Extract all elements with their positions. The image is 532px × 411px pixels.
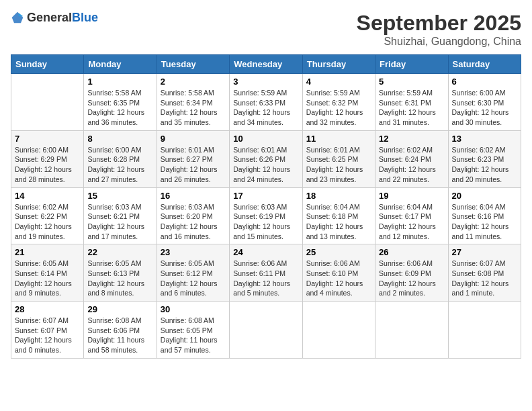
day-info: Sunrise: 6:06 AMSunset: 6:09 PMDaylight:… [379,259,444,298]
day-number: 28 [15,304,80,314]
day-info: Sunrise: 6:01 AMSunset: 6:26 PMDaylight:… [233,145,298,185]
calendar-cell: 22Sunrise: 6:05 AMSunset: 6:13 PMDayligh… [84,244,157,302]
day-info: Sunrise: 6:04 AMSunset: 6:16 PMDaylight:… [452,202,517,242]
day-info: Sunrise: 6:04 AMSunset: 6:17 PMDaylight:… [379,202,444,242]
calendar-cell: 2Sunrise: 5:58 AMSunset: 6:34 PMDaylight… [157,74,229,131]
day-info: Sunrise: 5:59 AMSunset: 6:31 PMDaylight:… [379,88,444,128]
day-number: 5 [379,77,444,87]
day-number: 6 [452,77,517,87]
calendar-cell: 7Sunrise: 6:00 AMSunset: 6:29 PMDaylight… [11,130,84,187]
day-number: 16 [161,191,226,201]
day-number: 7 [15,134,80,144]
day-info: Sunrise: 6:05 AMSunset: 6:13 PMDaylight:… [87,259,152,298]
day-number: 29 [87,304,152,314]
day-number: 3 [233,77,298,87]
calendar-cell: 27Sunrise: 6:07 AMSunset: 6:08 PMDayligh… [448,244,521,302]
calendar-cell: 29Sunrise: 6:08 AMSunset: 6:06 PMDayligh… [84,302,157,359]
day-number: 20 [452,191,517,201]
day-number: 21 [15,247,80,257]
svg-marker-1 [19,13,24,16]
day-info: Sunrise: 6:01 AMSunset: 6:27 PMDaylight:… [161,145,226,185]
calendar-cell [11,74,84,131]
calendar-cell [375,302,448,359]
calendar-cell: 12Sunrise: 6:02 AMSunset: 6:24 PMDayligh… [375,130,448,187]
day-info: Sunrise: 6:02 AMSunset: 6:22 PMDaylight:… [15,202,80,242]
weekday-header-thursday: Thursday [302,55,375,74]
weekday-header-wednesday: Wednesday [230,55,302,74]
calendar-cell: 30Sunrise: 6:08 AMSunset: 6:05 PMDayligh… [157,302,229,359]
calendar-cell [302,302,375,359]
title-block: September 2025 Shuizhai, Guangdong, Chin… [357,11,521,48]
calendar-week-3: 14Sunrise: 6:02 AMSunset: 6:22 PMDayligh… [11,187,521,244]
calendar-cell: 5Sunrise: 5:59 AMSunset: 6:31 PMDaylight… [375,74,448,131]
calendar-cell [230,302,302,359]
day-info: Sunrise: 6:05 AMSunset: 6:12 PMDaylight:… [161,259,226,298]
day-info: Sunrise: 6:08 AMSunset: 6:05 PMDaylight:… [161,316,226,355]
day-info: Sunrise: 6:02 AMSunset: 6:24 PMDaylight:… [379,145,444,185]
day-info: Sunrise: 6:03 AMSunset: 6:21 PMDaylight:… [87,202,152,242]
calendar-cell: 25Sunrise: 6:06 AMSunset: 6:10 PMDayligh… [302,244,375,302]
calendar-cell: 10Sunrise: 6:01 AMSunset: 6:26 PMDayligh… [230,130,302,187]
calendar-cell: 4Sunrise: 5:59 AMSunset: 6:32 PMDaylight… [302,74,375,131]
logo-general: General [27,11,72,24]
day-number: 25 [306,247,371,257]
logo-icon [11,11,24,24]
calendar-cell: 8Sunrise: 6:00 AMSunset: 6:28 PMDaylight… [84,130,157,187]
day-number: 2 [161,77,226,87]
calendar-week-4: 21Sunrise: 6:05 AMSunset: 6:14 PMDayligh… [11,244,521,302]
day-number: 4 [306,77,371,87]
day-number: 30 [161,304,226,314]
calendar-cell: 15Sunrise: 6:03 AMSunset: 6:21 PMDayligh… [84,187,157,244]
weekday-header-friday: Friday [375,55,448,74]
day-number: 24 [233,247,298,257]
calendar-cell: 19Sunrise: 6:04 AMSunset: 6:17 PMDayligh… [375,187,448,244]
calendar-cell: 14Sunrise: 6:02 AMSunset: 6:22 PMDayligh… [11,187,84,244]
calendar-week-5: 28Sunrise: 6:07 AMSunset: 6:07 PMDayligh… [11,302,521,359]
weekday-header-saturday: Saturday [448,55,521,74]
day-info: Sunrise: 6:03 AMSunset: 6:20 PMDaylight:… [161,202,226,242]
day-info: Sunrise: 5:58 AMSunset: 6:35 PMDaylight:… [87,88,152,128]
calendar-week-2: 7Sunrise: 6:00 AMSunset: 6:29 PMDaylight… [11,130,521,187]
day-info: Sunrise: 6:06 AMSunset: 6:10 PMDaylight:… [306,259,371,298]
day-number: 23 [161,247,226,257]
calendar-cell: 11Sunrise: 6:01 AMSunset: 6:25 PMDayligh… [302,130,375,187]
day-number: 8 [87,134,152,144]
day-number: 17 [233,191,298,201]
calendar-week-1: 1Sunrise: 5:58 AMSunset: 6:35 PMDaylight… [11,74,521,131]
day-info: Sunrise: 6:06 AMSunset: 6:11 PMDaylight:… [233,259,298,298]
calendar-cell: 26Sunrise: 6:06 AMSunset: 6:09 PMDayligh… [375,244,448,302]
calendar-cell: 1Sunrise: 5:58 AMSunset: 6:35 PMDaylight… [84,74,157,131]
calendar-location: Shuizhai, Guangdong, China [357,36,521,48]
day-info: Sunrise: 6:07 AMSunset: 6:07 PMDaylight:… [15,316,80,355]
day-info: Sunrise: 6:02 AMSunset: 6:23 PMDaylight:… [452,145,517,185]
day-info: Sunrise: 6:07 AMSunset: 6:08 PMDaylight:… [452,259,517,298]
calendar-cell: 6Sunrise: 6:00 AMSunset: 6:30 PMDaylight… [448,74,521,131]
day-info: Sunrise: 6:00 AMSunset: 6:30 PMDaylight:… [452,88,517,128]
calendar-cell: 16Sunrise: 6:03 AMSunset: 6:20 PMDayligh… [157,187,229,244]
weekday-header-sunday: Sunday [11,55,84,74]
day-info: Sunrise: 6:08 AMSunset: 6:06 PMDaylight:… [87,316,152,355]
calendar-cell [448,302,521,359]
day-info: Sunrise: 6:01 AMSunset: 6:25 PMDaylight:… [306,145,371,185]
calendar-cell: 21Sunrise: 6:05 AMSunset: 6:14 PMDayligh… [11,244,84,302]
day-number: 14 [15,191,80,201]
calendar-cell: 23Sunrise: 6:05 AMSunset: 6:12 PMDayligh… [157,244,229,302]
day-number: 11 [306,134,371,144]
weekday-header-tuesday: Tuesday [157,55,229,74]
calendar-cell: 24Sunrise: 6:06 AMSunset: 6:11 PMDayligh… [230,244,302,302]
day-info: Sunrise: 6:04 AMSunset: 6:18 PMDaylight:… [306,202,371,242]
logo-blue: Blue [72,11,98,24]
svg-marker-0 [12,12,24,24]
calendar-cell: 20Sunrise: 6:04 AMSunset: 6:16 PMDayligh… [448,187,521,244]
day-info: Sunrise: 6:00 AMSunset: 6:29 PMDaylight:… [15,145,80,185]
day-info: Sunrise: 6:03 AMSunset: 6:19 PMDaylight:… [233,202,298,242]
day-number: 15 [87,191,152,201]
calendar-title: September 2025 [357,11,521,36]
day-info: Sunrise: 6:00 AMSunset: 6:28 PMDaylight:… [87,145,152,185]
day-number: 22 [87,247,152,257]
calendar-table: SundayMondayTuesdayWednesdayThursdayFrid… [11,54,521,359]
day-number: 10 [233,134,298,144]
weekday-header-monday: Monday [84,55,157,74]
day-info: Sunrise: 6:05 AMSunset: 6:14 PMDaylight:… [15,259,80,298]
day-number: 1 [87,77,152,87]
